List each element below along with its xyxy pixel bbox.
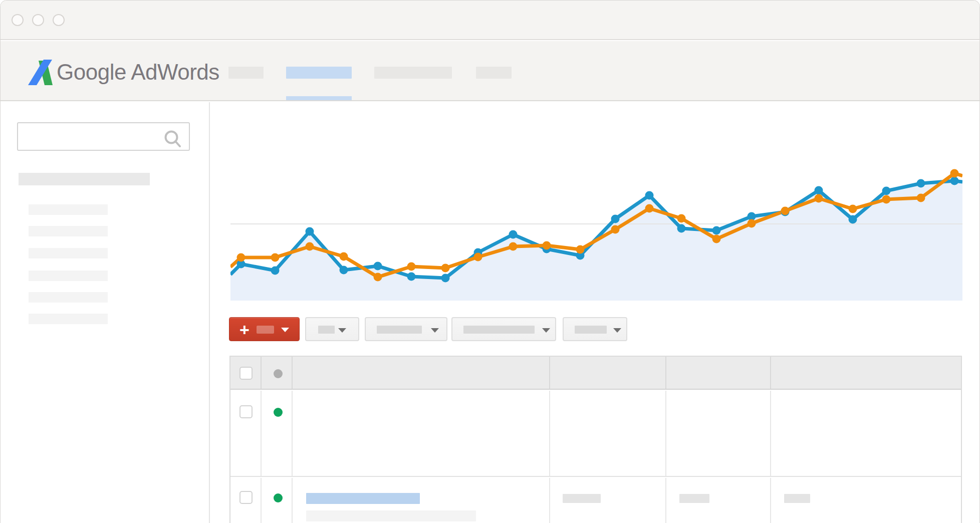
window-control-icon[interactable]: [12, 14, 24, 26]
sidebar-section-heading: [19, 173, 150, 185]
chevron-down-icon: [281, 328, 289, 332]
table-header-column-4[interactable]: [771, 357, 961, 389]
table-header-column-2[interactable]: [550, 357, 666, 389]
add-button-label-placeholder: [257, 326, 274, 334]
filter-dropdown-3[interactable]: [451, 317, 556, 341]
sidebar-item-3[interactable]: [29, 248, 108, 258]
nav-tab-1[interactable]: [228, 67, 264, 79]
add-campaign-button[interactable]: +: [229, 317, 300, 341]
window-control-icon[interactable]: [53, 14, 65, 26]
chevron-down-icon: [542, 328, 550, 333]
row-checkbox[interactable]: [239, 491, 253, 504]
row-checkbox[interactable]: [239, 405, 253, 418]
plus-icon: +: [239, 320, 250, 340]
campaign-subtext-placeholder: [306, 510, 476, 521]
sidebar-item-6[interactable]: [29, 314, 108, 324]
filter-dropdown-2[interactable]: [365, 317, 447, 341]
window-control-icon[interactable]: [32, 14, 44, 26]
status-dot-enabled: [274, 493, 283, 502]
search-input[interactable]: [17, 122, 190, 151]
filter-dropdown-1[interactable]: [305, 317, 359, 341]
performance-line-chart: [230, 105, 962, 301]
adwords-logo-icon: [26, 58, 53, 86]
cell-value-placeholder: [679, 494, 709, 503]
dropdown-label-placeholder: [377, 326, 422, 334]
sidebar-item-4[interactable]: [29, 271, 108, 281]
table-row: [230, 478, 961, 523]
main-content: +: [210, 102, 979, 523]
table-header-row: [230, 357, 961, 390]
nav-tab-2-active[interactable]: [286, 67, 352, 79]
app-header: Google AdWords: [1, 41, 979, 101]
page-body: +: [1, 102, 979, 523]
app-window: Google AdWords: [0, 0, 980, 523]
search-icon: [162, 128, 184, 150]
campaigns-table: [229, 356, 962, 523]
status-dot-enabled: [274, 408, 283, 417]
cell-value-placeholder: [563, 494, 601, 503]
filter-dropdown-4[interactable]: [563, 317, 627, 341]
nav-tab-3[interactable]: [374, 67, 452, 79]
dropdown-label-placeholder: [318, 326, 335, 334]
chevron-down-icon: [613, 328, 621, 333]
cell-value-placeholder: [784, 494, 810, 503]
dropdown-label-placeholder: [575, 326, 607, 334]
active-tab-indicator: [286, 96, 352, 100]
chevron-down-icon: [431, 328, 439, 333]
chevron-down-icon: [338, 328, 346, 333]
table-header-column-3[interactable]: [666, 357, 771, 389]
sidebar-item-2[interactable]: [29, 226, 108, 236]
table-header-name-column[interactable]: [293, 357, 550, 389]
sidebar: [1, 102, 210, 523]
sidebar-item-1[interactable]: [29, 204, 108, 215]
nav-tab-4[interactable]: [476, 67, 512, 79]
brand-title: Google AdWords: [57, 59, 219, 85]
status-dot-header: [274, 369, 283, 378]
table-row: [230, 391, 961, 477]
dropdown-label-placeholder: [463, 326, 535, 334]
select-all-checkbox[interactable]: [239, 367, 253, 380]
campaign-link-placeholder[interactable]: [306, 493, 420, 504]
sidebar-item-5[interactable]: [29, 292, 108, 303]
window-titlebar: [1, 1, 979, 40]
